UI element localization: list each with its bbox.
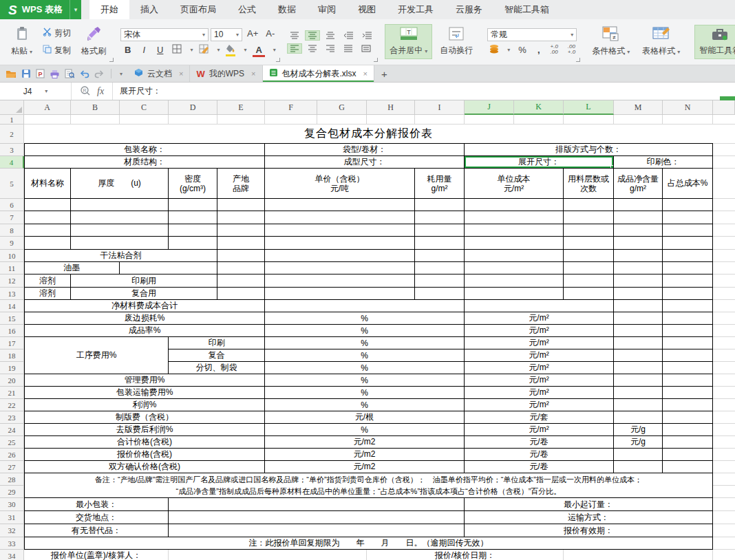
cell[interactable] xyxy=(614,449,663,461)
row-header[interactable]: 20 xyxy=(0,374,24,387)
cell[interactable] xyxy=(169,237,217,250)
cell[interactable] xyxy=(614,325,663,337)
cut-button[interactable]: 剪切 xyxy=(40,26,74,41)
cell[interactable] xyxy=(217,115,265,125)
row-header[interactable]: 18 xyxy=(0,349,24,362)
cell[interactable] xyxy=(465,262,564,274)
cell[interactable]: 排版方式与个数： xyxy=(465,144,713,156)
cell[interactable] xyxy=(217,262,265,274)
cell[interactable] xyxy=(120,115,169,125)
cell[interactable]: 合计价格(含税) xyxy=(24,436,265,449)
cell[interactable] xyxy=(663,399,713,411)
cell[interactable] xyxy=(614,362,663,374)
cell[interactable] xyxy=(415,250,465,262)
increase-indent-icon[interactable] xyxy=(359,30,375,41)
cell[interactable] xyxy=(614,387,663,399)
cell[interactable] xyxy=(713,156,735,169)
cell[interactable] xyxy=(713,325,735,337)
cell[interactable] xyxy=(169,524,465,537)
cell[interactable] xyxy=(713,144,735,156)
cell[interactable] xyxy=(614,312,663,325)
cell[interactable] xyxy=(265,262,415,274)
cell[interactable] xyxy=(564,288,614,300)
cell[interactable]: 元/m2 xyxy=(265,461,465,473)
cell[interactable]: 单位成本元/m² xyxy=(465,169,564,199)
cell[interactable] xyxy=(614,300,663,312)
cell[interactable]: 印刷 xyxy=(169,337,265,349)
cell[interactable] xyxy=(415,288,465,300)
cell[interactable] xyxy=(564,211,614,224)
cell[interactable]: 元/m² xyxy=(465,424,614,436)
cell[interactable] xyxy=(265,250,415,262)
cell[interactable] xyxy=(71,199,169,211)
cell[interactable]: 成品净含量g/m² xyxy=(614,169,663,199)
tab-cloud-service[interactable]: 云服务 xyxy=(445,0,493,19)
cell[interactable] xyxy=(614,211,663,224)
cell[interactable] xyxy=(265,199,415,211)
new-tab-button[interactable]: + xyxy=(374,65,394,82)
cell[interactable]: % xyxy=(265,362,465,374)
tab-insert[interactable]: 插入 xyxy=(129,0,169,19)
cell[interactable] xyxy=(217,199,265,211)
formula-input[interactable]: 展开尺寸： xyxy=(113,85,168,97)
cell[interactable] xyxy=(465,274,564,288)
cell[interactable] xyxy=(713,362,735,374)
cell[interactable]: % xyxy=(265,374,465,387)
cell[interactable] xyxy=(465,237,564,250)
cell[interactable] xyxy=(169,199,217,211)
export-pdf-button[interactable]: P xyxy=(36,69,45,78)
cell[interactable] xyxy=(713,312,735,325)
cell[interactable] xyxy=(217,237,265,250)
cell[interactable] xyxy=(663,224,713,237)
tab-page-layout[interactable]: 页面布局 xyxy=(169,0,227,19)
cell[interactable] xyxy=(713,537,735,550)
cell[interactable]: 分切、制袋 xyxy=(169,362,265,374)
row-header[interactable]: 15 xyxy=(0,312,24,325)
col-header-b[interactable]: B xyxy=(71,100,120,115)
cell[interactable] xyxy=(217,211,265,224)
cell[interactable] xyxy=(614,250,663,262)
cell[interactable]: 材料名称 xyxy=(24,169,71,199)
alignment-dialog-launcher-icon[interactable] xyxy=(374,58,378,62)
cell[interactable] xyxy=(614,115,663,125)
cell[interactable] xyxy=(614,274,663,288)
doc-tab-my-wps[interactable]: W 我的WPS × xyxy=(190,65,262,82)
name-box[interactable]: J4 ▾ xyxy=(0,83,72,100)
italic-button[interactable]: I xyxy=(140,45,148,55)
cell[interactable]: 成品率% xyxy=(24,325,265,337)
cell[interactable]: 用料层数或次数 xyxy=(564,169,614,199)
tab-review[interactable]: 审阅 xyxy=(307,0,347,19)
tab-view[interactable]: 视图 xyxy=(347,0,387,19)
cell[interactable] xyxy=(713,550,735,560)
cell[interactable]: 包装名称： xyxy=(24,144,265,156)
cell[interactable] xyxy=(465,199,564,211)
cell[interactable] xyxy=(415,274,465,288)
cell[interactable] xyxy=(514,115,564,125)
row-header[interactable]: 17 xyxy=(0,337,24,349)
format-painter-button[interactable]: 格式刷 xyxy=(76,23,111,60)
cell[interactable]: 溶剂 xyxy=(24,288,71,300)
redo-button[interactable] xyxy=(94,69,105,78)
cell[interactable] xyxy=(713,374,735,387)
cell[interactable] xyxy=(465,250,564,262)
row-header[interactable]: 6 xyxy=(0,199,24,211)
col-header-h[interactable]: H xyxy=(367,100,415,115)
row-header[interactable]: 25 xyxy=(0,436,24,449)
distribute-icon[interactable] xyxy=(359,43,374,54)
merge-center-button[interactable]: T 合并居中▾ xyxy=(385,24,432,59)
cell[interactable] xyxy=(169,115,217,125)
row-header[interactable]: 23 xyxy=(0,411,24,424)
cell[interactable]: 油墨 xyxy=(24,262,120,274)
cell[interactable]: 净材料费成本合计 xyxy=(24,300,265,312)
cell[interactable] xyxy=(465,211,564,224)
cell[interactable]: % xyxy=(265,337,465,349)
print-button[interactable] xyxy=(50,69,60,78)
cell[interactable] xyxy=(663,461,713,473)
cell[interactable]: 元/卷 xyxy=(465,461,614,473)
cell[interactable] xyxy=(713,211,735,224)
cell[interactable]: 元/m2 xyxy=(265,449,465,461)
cell[interactable] xyxy=(713,511,735,524)
cell[interactable] xyxy=(713,473,735,486)
cell[interactable] xyxy=(415,237,465,250)
conditional-format-button[interactable]: ≠ 条件格式▾ xyxy=(587,23,635,60)
